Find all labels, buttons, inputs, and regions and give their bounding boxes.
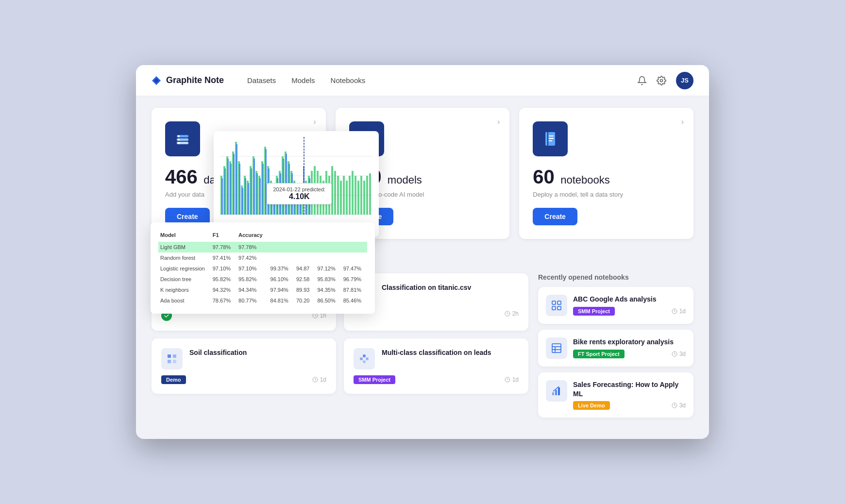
- settings-button[interactable]: [657, 76, 666, 85]
- svg-rect-103: [360, 176, 362, 215]
- models-arrow-icon[interactable]: ›: [497, 118, 500, 126]
- table-cell-3: 84.81%: [269, 295, 294, 306]
- table-cell-0: Light GBM: [158, 242, 211, 252]
- notebooks-desc: Deploy a model, tell a data story: [533, 191, 680, 198]
- nav-notebooks[interactable]: Notebooks: [331, 76, 366, 84]
- table-cell-4: [294, 242, 316, 252]
- model-comparison-table: Model F1 Accuracy Light GBM97.78%97.78%R…: [158, 230, 367, 306]
- table-row: Decision tree95.82%95.82%96.10%92.5895.8…: [158, 274, 367, 285]
- model-table-overlay: Model F1 Accuracy Light GBM97.78%97.78%R…: [151, 222, 375, 314]
- svg-rect-111: [233, 154, 235, 215]
- notebook-footer-0: SMM Project 1d: [573, 307, 686, 316]
- svg-rect-108: [224, 168, 226, 215]
- table-cell-0: Ada boost: [158, 295, 211, 306]
- svg-rect-106: [369, 173, 371, 215]
- table-header-c4: [294, 230, 316, 242]
- models-label: models: [388, 174, 422, 186]
- navbar-actions: JS: [637, 72, 693, 89]
- notebook-tag-2: Live Demo: [573, 401, 610, 410]
- notebooks-create-button[interactable]: Create: [533, 208, 577, 225]
- notebooks-card[interactable]: › 60 notebooks Deploy a model, tell a da…: [519, 108, 693, 239]
- notebook-time-0: 1d: [672, 308, 686, 315]
- table-cell-2: 94.34%: [237, 285, 269, 295]
- svg-point-8: [178, 142, 180, 144]
- activity-card-3-title: Multi-class classification on leads: [382, 348, 491, 358]
- notebook-tag-1: FT Sport Project: [573, 350, 625, 358]
- notebook-card-1[interactable]: Bike rents exploratory analysis FT Sport…: [538, 330, 693, 367]
- svg-rect-28: [173, 354, 176, 358]
- table-cell-2: 80.77%: [237, 295, 269, 306]
- notebook-card-0[interactable]: ABC Google Ads analysis SMM Project 1d: [538, 287, 693, 324]
- table-row: Random forest97.41%97.42%: [158, 252, 367, 263]
- svg-rect-113: [239, 164, 240, 215]
- svg-rect-98: [346, 181, 348, 215]
- user-avatar[interactable]: JS: [676, 72, 693, 89]
- app-container: Graphite Note Datasets Models Notebooks …: [136, 65, 709, 438]
- activity-card-2-time: 1d: [312, 376, 326, 383]
- activity-icon-3: [354, 348, 375, 370]
- activity-card-2[interactable]: Soil classification Demo 1d: [152, 338, 336, 394]
- activity-icon-2: [161, 348, 183, 370]
- nav-models[interactable]: Models: [291, 76, 315, 84]
- table-cell-5: 97.12%: [315, 263, 341, 274]
- activity-card-2-tag: Demo: [161, 375, 186, 384]
- svg-rect-47: [552, 392, 554, 395]
- table-cell-2: 97.10%: [237, 263, 269, 274]
- table-cell-1: 97.78%: [211, 242, 237, 252]
- svg-rect-40: [558, 306, 561, 310]
- svg-rect-42: [552, 344, 561, 353]
- table-cell-2: 97.78%: [237, 242, 269, 252]
- table-cell-5: 95.83%: [315, 274, 341, 285]
- table-cell-0: K neighbors: [158, 285, 211, 295]
- table-cell-6: 97.47%: [341, 263, 367, 274]
- svg-point-32: [360, 357, 363, 360]
- activity-card-1-header: Classification on titanic.csv: [354, 283, 519, 304]
- table-row: Light GBM97.78%97.78%: [158, 242, 367, 252]
- notebook-card-2[interactable]: Sales Forecasting: How to Apply ML Live …: [538, 372, 693, 417]
- table-cell-3: 97.94%: [269, 285, 294, 295]
- svg-rect-100: [352, 171, 354, 215]
- notebooks-count: 60: [533, 166, 555, 187]
- table-cell-0: Random forest: [158, 252, 211, 263]
- svg-rect-116: [248, 183, 249, 215]
- nav-datasets[interactable]: Datasets: [247, 76, 276, 84]
- svg-rect-104: [363, 181, 365, 215]
- svg-rect-37: [552, 301, 556, 304]
- table-cell-4: [294, 252, 316, 263]
- table-cell-1: 94.32%: [211, 285, 237, 295]
- activity-card-2-footer: Demo 1d: [161, 375, 326, 384]
- navbar: Graphite Note Datasets Models Notebooks …: [136, 65, 709, 96]
- chart-tooltip-value: 4.10K: [273, 192, 325, 201]
- notebook-info-2: Sales Forecasting: How to Apply ML Live …: [573, 380, 686, 409]
- table-header-c5: [315, 230, 341, 242]
- table-cell-1: 97.41%: [211, 252, 237, 263]
- svg-rect-122: [265, 149, 267, 215]
- table-cell-6: 87.81%: [341, 285, 367, 295]
- table-cell-6: [341, 242, 367, 252]
- svg-rect-118: [254, 159, 255, 215]
- brand-logo-icon: [152, 76, 161, 85]
- brand[interactable]: Graphite Note: [152, 75, 224, 85]
- activity-card-1-title: Classification on titanic.csv: [382, 283, 471, 293]
- notebook-icon-0: [546, 295, 567, 316]
- table-row: K neighbors94.32%94.34%97.94%89.9394.35%…: [158, 285, 367, 295]
- datasets-arrow-icon[interactable]: ›: [313, 118, 316, 126]
- svg-rect-29: [168, 360, 171, 363]
- datasets-icon: [165, 121, 200, 156]
- notebooks-arrow-icon[interactable]: ›: [681, 118, 684, 126]
- notebooks-panel: Recently opened notebooks ABC Google Ads…: [538, 273, 693, 423]
- notebook-icon-2: [546, 380, 567, 402]
- notebook-title-1: Bike rents exploratory analysis: [573, 337, 686, 346]
- svg-rect-110: [230, 164, 232, 215]
- activity-card-3[interactable]: Multi-class classification on leads SMM …: [344, 338, 528, 394]
- table-cell-6: [341, 252, 367, 263]
- notification-button[interactable]: [637, 76, 647, 85]
- gear-icon: [657, 76, 666, 85]
- notebooks-icon: [533, 121, 568, 156]
- svg-point-34: [366, 357, 369, 360]
- table-cell-1: 78.67%: [211, 295, 237, 306]
- notebook-info-1: Bike rents exploratory analysis FT Sport…: [573, 337, 686, 359]
- table-cell-2: 95.82%: [237, 274, 269, 285]
- activity-card-2-title: Soil classification: [189, 348, 247, 358]
- svg-rect-95: [337, 176, 339, 215]
